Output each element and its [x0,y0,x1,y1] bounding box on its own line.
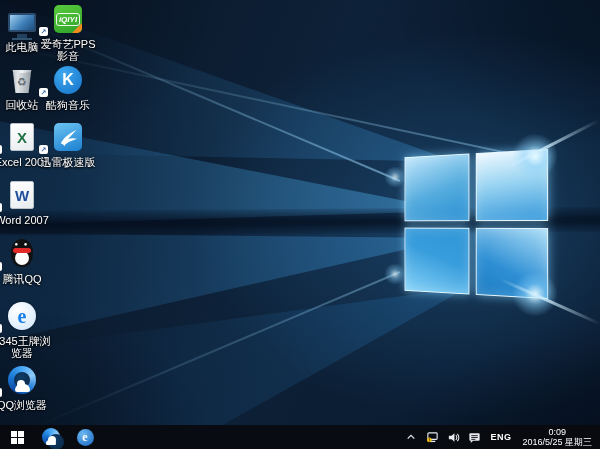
windows-logo-icon [11,431,24,444]
shortcut-arrow-icon: ↗ [39,145,48,154]
word-icon: W [10,181,34,209]
icon-label: 腾讯QQ [0,273,52,285]
thunder-icon [54,123,82,151]
desktop-icon-2345-browser[interactable]: e ↗ 2345王牌浏览器 [0,300,52,359]
icon-label: Word 2007 [0,214,52,226]
qq-browser-icon [8,366,36,394]
this-pc-icon [8,13,36,32]
system-tray: ! ENG 0:09 2016/5/25 星期三 [404,425,600,449]
shortcut-arrow-icon: ↗ [39,27,48,36]
recycle-symbol: ♻ [11,76,33,89]
icon-label: QQ浏览器 [0,399,52,411]
shortcut-arrow-icon: ↗ [0,388,2,397]
2345-browser-icon: e [8,302,36,330]
icon-label: 爱奇艺PPS 影音 [38,38,98,62]
qq-penguin-icon: ● ● [9,239,35,269]
recycle-bin-icon: ♻ [11,67,33,93]
start-button[interactable] [0,425,34,449]
desktop-icon-iqiyi-pps[interactable]: iQIYI ↗ 爱奇艺PPS 影音 [38,3,98,62]
shortcut-arrow-icon: ↗ [0,324,2,333]
qq-browser-icon [42,428,60,446]
excel-icon: X [10,123,34,151]
desktop-icon-thunder-speed[interactable]: ↗ 迅雷极速版 [38,121,98,168]
shortcut-arrow-icon: ↗ [39,88,48,97]
clock-time: 0:09 [522,427,592,437]
desktop-icon-tencent-qq[interactable]: ● ● ↗ 腾讯QQ [0,238,52,285]
desktop-icon-kugou-music[interactable]: K ↗ 酷狗音乐 [38,64,98,111]
tray-chevron-up-icon[interactable] [404,429,418,445]
icon-label: 酷狗音乐 [38,99,98,111]
volume-icon[interactable] [446,429,460,445]
network-status-icon[interactable]: ! [425,429,439,445]
language-indicator[interactable]: ENG [488,432,513,442]
taskbar: e ! [0,425,600,449]
icon-label: 迅雷极速版 [38,156,98,168]
swallow-glyph [57,126,79,148]
taskbar-qq-browser-button[interactable] [34,425,68,449]
clock-date: 2016/5/25 星期三 [522,437,592,447]
2345-browser-icon: e [77,429,94,446]
desktop-icon-word-2007[interactable]: W ↗ Word 2007 [0,179,52,226]
taskbar-clock[interactable]: 0:09 2016/5/25 星期三 [520,427,594,447]
shortcut-arrow-icon: ↗ [0,203,2,212]
taskbar-2345-browser-button[interactable]: e [68,425,102,449]
shortcut-arrow-icon: ↗ [0,262,2,271]
shortcut-arrow-icon: ↗ [0,145,2,154]
desktop-icon-qq-browser[interactable]: ↗ QQ浏览器 [0,364,52,411]
kugou-icon: K [54,66,82,94]
iqiyi-icon: iQIYI [54,5,82,33]
notification-message-icon[interactable] [467,429,481,445]
icon-label: 2345王牌浏览器 [0,335,52,359]
